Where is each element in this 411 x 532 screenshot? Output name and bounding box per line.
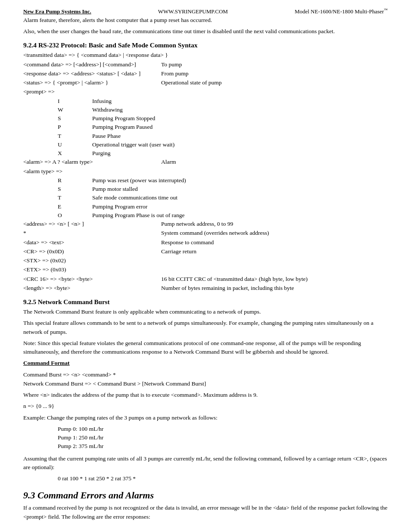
- lower-left-4: <STX> => (0x02): [23, 256, 161, 265]
- section-93-para1: If a command received by the pump is not…: [23, 504, 388, 521]
- syntax-right-2: From pump: [161, 69, 188, 78]
- section-925-para1: The Network Command Burst feature is onl…: [23, 308, 388, 316]
- lower-right-2: Response to command: [161, 238, 214, 247]
- alarm-type-desc-3: Pumping Program error: [92, 202, 147, 211]
- intro-line1: Alarm feature, therefore, alerts the hos…: [23, 16, 388, 25]
- lower-row-7: <length> => <byte> Number of bytes remai…: [23, 284, 388, 292]
- prompt-desc-6: Purging: [92, 149, 111, 158]
- lower-right-0: Pump network address, 0 to 99: [161, 220, 233, 228]
- where-text: Where <n> indicates the address of the p…: [23, 391, 388, 399]
- prompt-desc-1: Withdrawing: [92, 106, 123, 114]
- prompt-letter-6: X: [23, 149, 92, 158]
- alarm-type-desc-0: Pump was reset (power was interrupted): [92, 176, 186, 185]
- pump-example-0: Pump 0: 100 mL/hr: [23, 425, 388, 433]
- prompt-letter-2: S: [23, 114, 92, 123]
- page: New Era Pump Systems Inc. WWW.SYRINGEPUM…: [0, 0, 411, 532]
- alarm-rows: <alarm> => A ? <alarm type> Alarm <alarm…: [23, 158, 388, 176]
- cmd-line1: Command Burst => <n> <command> *: [23, 370, 388, 379]
- lower-right-3: Carriage return: [161, 247, 196, 256]
- syntax-row-2: <response data> => <address> <status> [ …: [23, 69, 388, 78]
- pump-example-2: Pump 2: 375 mL/hr: [23, 442, 388, 451]
- section-925-para3: Note: Since this special feature violate…: [23, 339, 388, 357]
- syntax-left-3: <status> => { <prompt> | <alarm> }: [23, 78, 161, 87]
- section-925-para2: This special feature allows commands to …: [23, 319, 388, 336]
- lower-left-2: <data> => <text>: [23, 238, 161, 247]
- cmd-line2: Network Command Burst => < Command Burst…: [23, 380, 388, 388]
- syntax-row-3: <status> => { <prompt> | <alarm> } Opera…: [23, 78, 388, 87]
- alarm-type-desc-4: Pumping Program Phase is out of range: [92, 211, 184, 220]
- prompt-letter-1: W: [23, 106, 92, 114]
- syntax-row-1: <command data> => [<address>] [<command>…: [23, 60, 388, 69]
- lower-left-6: <CRC 16> => <byte> <byte>: [23, 275, 161, 283]
- prompt-row-4: T Pause Phase: [23, 132, 388, 140]
- alarm-type-row-2: T Safe mode communications time out: [23, 193, 388, 202]
- prompt-desc-4: Pause Phase: [92, 132, 121, 140]
- lower-row-6: <CRC 16> => <byte> <byte> 16 bit CCITT C…: [23, 275, 388, 283]
- alarm-row-1: <alarm type> =>: [23, 167, 388, 176]
- lower-right-7: Number of bytes remaining in packet, inc…: [161, 284, 294, 292]
- prompt-desc-5: Operational trigger wait (user wait): [92, 140, 174, 149]
- lower-left-0: <address> => <n> [ <n> ]: [23, 220, 161, 228]
- company-name: New Era Pump Systems Inc.: [23, 8, 91, 15]
- alarm-left-0: <alarm> => A ? <alarm type>: [23, 158, 161, 166]
- prompt-row-3: P Pumping Program Paused: [23, 123, 388, 131]
- prompt-letter-5: U: [23, 140, 92, 149]
- alarm-type-letter-0: R: [23, 176, 92, 185]
- alarm-type-row-4: O Pumping Program Phase is out of range: [23, 211, 388, 220]
- alarm-type-row-3: E Pumping Program error: [23, 202, 388, 211]
- lower-left-7: <length> => <byte>: [23, 284, 161, 292]
- lower-row-1: * System command (overrides network addr…: [23, 229, 388, 237]
- command-example: 0 rat 100 * 1 rat 250 * 2 rat 375 *: [23, 474, 388, 483]
- lower-row-0: <address> => <n> [ <n> ] Pump network ad…: [23, 220, 388, 228]
- lower-rows: <address> => <n> [ <n> ] Pump network ad…: [23, 220, 388, 292]
- alarm-right-0: Alarm: [161, 158, 176, 166]
- alarm-type-row-0: R Pump was reset (power was interrupted): [23, 176, 388, 185]
- prompt-rows: I Infusing W Withdrawing S Pumping Progr…: [23, 97, 388, 158]
- example-intro: Example: Change the pumping rates of the…: [23, 414, 388, 422]
- syntax-right-1: To pump: [161, 60, 182, 69]
- prompt-row-5: U Operational trigger wait (user wait): [23, 140, 388, 149]
- prompt-row-6: X Purging: [23, 149, 388, 158]
- lower-right-6: 16 bit CCITT CRC of <transmitted data> (…: [161, 275, 308, 283]
- prompt-letter-0: I: [23, 97, 92, 106]
- prompt-desc-2: Pumping Program Stopped: [92, 114, 155, 123]
- pump-example-1: Pump 1: 250 mL/hr: [23, 433, 388, 442]
- syntax-left-0: <transmitted data> => { <command data> |…: [23, 51, 168, 59]
- alarm-type-row-1: S Pump motor stalled: [23, 185, 388, 193]
- lower-left-1: *: [23, 229, 161, 237]
- assuming-text: Assuming that the current pumping rate u…: [23, 454, 388, 472]
- alarm-row-0: <alarm> => A ? <alarm type> Alarm: [23, 158, 388, 166]
- alarm-type-letter-2: T: [23, 193, 92, 202]
- syntax-left-4: <prompt> =>: [23, 87, 161, 96]
- alarm-type-letter-3: E: [23, 202, 92, 211]
- prompt-letter-3: P: [23, 123, 92, 131]
- syntax-left-2: <response data> => <address> <status> [ …: [23, 69, 161, 78]
- alarm-left-1: <alarm type> =>: [23, 167, 161, 176]
- website: WWW.SYRINGEPUMP.COM: [158, 8, 228, 15]
- syntax-left-1: <command data> => [<address>] [<command>…: [23, 60, 161, 69]
- syntax-row-0: <transmitted data> => { <command data> |…: [23, 51, 388, 59]
- page-header: New Era Pump Systems Inc. WWW.SYRINGEPUM…: [23, 8, 388, 15]
- lower-row-2: <data> => <text> Response to command: [23, 238, 388, 247]
- section-925-title: 9.2.5 Network Command Burst: [23, 299, 388, 306]
- alarm-type-rows: R Pump was reset (power was interrupted)…: [23, 176, 388, 220]
- lower-row-4: <STX> => (0x02): [23, 256, 388, 265]
- alarm-type-desc-2: Safe mode communications time out: [92, 193, 177, 202]
- n-def: n => {0 ... 9}: [23, 402, 388, 411]
- lower-row-3: <CR> => (0x0D) Carriage return: [23, 247, 388, 256]
- prompt-row-2: S Pumping Program Stopped: [23, 114, 388, 123]
- prompt-row-0: I Infusing: [23, 97, 388, 106]
- intro-line2: Also, when the user changes the baud rat…: [23, 27, 388, 36]
- prompt-row-1: W Withdrawing: [23, 106, 388, 114]
- section-93-title: 9.3 Command Errors and Alarms: [23, 490, 388, 501]
- prompt-desc-0: Infusing: [92, 97, 112, 106]
- model-name: Model NE-1600/NE-1800 Multi-Phaser™: [295, 8, 388, 15]
- lower-right-1: System command (overrides network addres…: [161, 229, 269, 237]
- section-924-title: 9.2.4 RS-232 Protocol: Basic and Safe Mo…: [23, 41, 388, 49]
- prompt-letter-4: T: [23, 132, 92, 140]
- lower-left-3: <CR> => (0x0D): [23, 247, 161, 256]
- syntax-rows-top: <transmitted data> => { <command data> |…: [23, 51, 388, 96]
- syntax-row-4: <prompt> =>: [23, 87, 388, 96]
- syntax-right-3: Operational state of pump: [161, 78, 222, 87]
- lower-row-5: <ETX> => (0x03): [23, 265, 388, 274]
